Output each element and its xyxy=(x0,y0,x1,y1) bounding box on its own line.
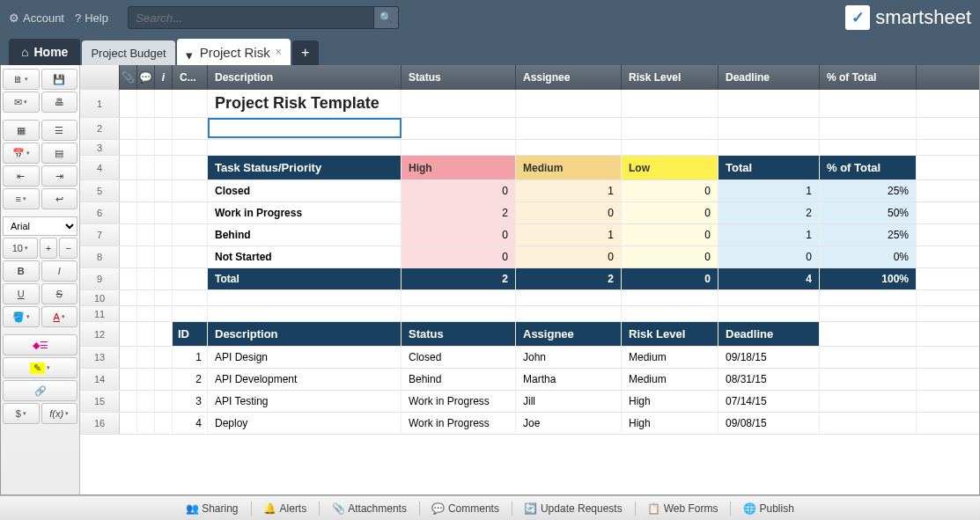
bold-button[interactable]: B xyxy=(3,260,40,282)
cell[interactable]: Joe xyxy=(516,413,622,434)
cell[interactable]: 07/14/15 xyxy=(718,391,820,412)
cell[interactable]: John xyxy=(516,347,622,368)
cell[interactable] xyxy=(820,369,917,390)
cell[interactable]: 0% xyxy=(820,246,917,267)
font-decrease-button[interactable]: − xyxy=(59,238,77,259)
highlight-button[interactable]: ✎▾ xyxy=(3,357,77,378)
tab-project-budget[interactable]: Project Budget xyxy=(82,40,174,65)
card-view-button[interactable]: ▤ xyxy=(41,143,78,164)
cell[interactable]: 1 xyxy=(173,347,208,368)
summary-header-pct[interactable]: % of Total xyxy=(820,156,917,179)
tab-close-icon[interactable]: × xyxy=(276,46,282,58)
cell[interactable] xyxy=(820,347,917,368)
cell[interactable]: 2 xyxy=(402,202,516,223)
web-forms-button[interactable]: 📋Web Forms xyxy=(639,501,727,516)
font-size-select[interactable]: 10▾ xyxy=(3,238,38,259)
cell[interactable] xyxy=(820,322,917,346)
row-number[interactable]: 12 xyxy=(80,322,120,346)
row-number[interactable]: 16 xyxy=(80,413,120,434)
comments-button[interactable]: 💬Comments xyxy=(424,501,508,516)
cell[interactable]: Medium xyxy=(622,347,718,368)
save-disk-button[interactable]: 💾 xyxy=(41,69,78,90)
col-header-status[interactable]: Status xyxy=(402,65,516,90)
task-header-assignee[interactable]: Assignee xyxy=(516,322,622,346)
row-number[interactable]: 3 xyxy=(80,140,120,155)
row-number[interactable]: 7 xyxy=(80,224,120,245)
cell[interactable]: Total xyxy=(208,268,402,289)
mail-button[interactable]: ✉▾ xyxy=(3,92,40,113)
cell[interactable]: Work in Progress xyxy=(402,391,516,412)
info-col-header[interactable]: i xyxy=(155,65,173,90)
cell[interactable]: 0 xyxy=(622,202,718,223)
help-link[interactable]: ? Help xyxy=(75,11,108,25)
outdent-button[interactable]: ⇤ xyxy=(3,165,40,187)
sharing-button[interactable]: 👥Sharing xyxy=(177,501,247,516)
font-select[interactable]: Arial xyxy=(3,216,77,236)
cell[interactable]: High xyxy=(622,413,718,434)
cell[interactable]: Deploy xyxy=(208,413,402,434)
row-number[interactable]: 5 xyxy=(80,180,120,201)
summary-header-total[interactable]: Total xyxy=(718,156,820,179)
fill-color-button[interactable]: 🪣▾ xyxy=(3,306,40,327)
col-header-description[interactable]: Description xyxy=(208,65,402,90)
tab-dropdown-icon[interactable]: ▾ xyxy=(186,48,195,56)
currency-button[interactable]: $▾ xyxy=(3,403,40,424)
cell[interactable]: 25% xyxy=(820,224,917,245)
cell[interactable]: 08/31/15 xyxy=(718,369,820,390)
search-input[interactable] xyxy=(128,6,374,29)
formula-button[interactable]: f(x)▾ xyxy=(41,403,78,424)
strike-button[interactable]: S xyxy=(41,283,78,304)
conditional-format-button[interactable]: ◆☰ xyxy=(3,334,77,355)
update-requests-button[interactable]: 🔄Update Requests xyxy=(516,501,631,516)
cell[interactable]: 2 xyxy=(718,202,820,223)
cell[interactable] xyxy=(173,118,208,139)
font-increase-button[interactable]: + xyxy=(40,238,58,259)
alerts-button[interactable]: 🔔Alerts xyxy=(255,501,316,516)
cell[interactable] xyxy=(820,118,917,139)
cell[interactable]: 0 xyxy=(402,246,516,267)
wrap-button[interactable]: ↩ xyxy=(41,188,78,209)
cell[interactable] xyxy=(402,118,516,139)
cell[interactable]: 100% xyxy=(820,268,917,289)
task-header-deadline[interactable]: Deadline xyxy=(718,322,820,346)
cell[interactable]: 3 xyxy=(173,391,208,412)
summary-header-low[interactable]: Low xyxy=(622,156,718,179)
row-number[interactable]: 14 xyxy=(80,369,120,390)
cell[interactable]: 2 xyxy=(516,268,622,289)
attachment-col-header[interactable]: 📎 xyxy=(120,65,137,90)
cell[interactable]: 1 xyxy=(718,180,820,201)
cell[interactable] xyxy=(516,118,622,139)
select-all-corner[interactable] xyxy=(80,65,120,90)
account-link[interactable]: ⚙ Account xyxy=(9,11,64,25)
cell[interactable]: 1 xyxy=(516,224,622,245)
cell[interactable]: 0 xyxy=(516,202,622,223)
cell[interactable]: 0 xyxy=(402,224,516,245)
cell[interactable]: 0 xyxy=(718,246,820,267)
cell[interactable]: 1 xyxy=(718,224,820,245)
cell[interactable]: 2 xyxy=(173,369,208,390)
cell[interactable]: 25% xyxy=(820,180,917,201)
col-header-risk[interactable]: Risk Level xyxy=(622,65,718,90)
summary-header-high[interactable]: High xyxy=(402,156,516,179)
publish-button[interactable]: 🌐Publish xyxy=(734,501,802,516)
row-number[interactable]: 6 xyxy=(80,202,120,223)
cell[interactable]: 0 xyxy=(622,180,718,201)
cell[interactable]: API Design xyxy=(208,347,402,368)
cell[interactable]: High xyxy=(622,391,718,412)
cell[interactable]: Closed xyxy=(208,180,402,201)
sheet-rows[interactable]: 1 Project Risk Template 2 xyxy=(80,90,979,494)
task-header-desc[interactable]: Description xyxy=(208,322,402,346)
cell[interactable]: 09/18/15 xyxy=(718,347,820,368)
home-tab[interactable]: ⌂ Home xyxy=(9,39,80,65)
cell[interactable]: 2 xyxy=(402,268,516,289)
cell[interactable]: 0 xyxy=(516,246,622,267)
cell[interactable] xyxy=(516,90,622,117)
cell[interactable] xyxy=(820,90,917,117)
underline-button[interactable]: U xyxy=(3,283,40,304)
gantt-view-button[interactable]: ☰ xyxy=(41,120,78,141)
row-number[interactable]: 8 xyxy=(80,246,120,267)
row-number[interactable]: 4 xyxy=(80,156,120,179)
cell[interactable]: Behind xyxy=(402,369,516,390)
comment-col-header[interactable]: 💬 xyxy=(137,65,155,90)
tab-project-risk[interactable]: ▾ Project Risk × xyxy=(177,39,291,65)
